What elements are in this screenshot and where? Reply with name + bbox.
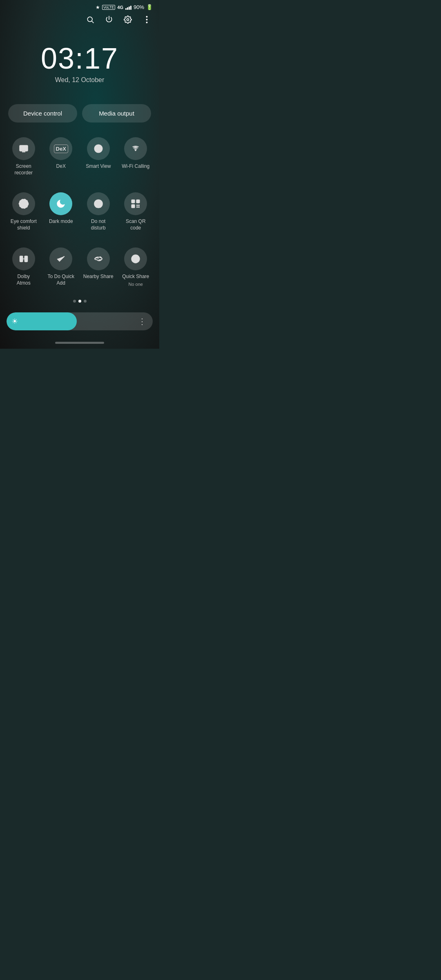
network-icon: 4G — [117, 5, 123, 10]
brightness-slider[interactable]: ☀ ⋮ — [7, 312, 153, 330]
media-output-button[interactable]: Media output — [82, 104, 151, 122]
wifi-calling-label: Wi-Fi Calling — [122, 163, 149, 170]
svg-point-5 — [146, 22, 147, 23]
quick-item-screen-recorder[interactable]: Screenrecorder — [5, 132, 42, 181]
todo-quick-add-label: To Do QuickAdd — [48, 274, 74, 286]
quick-item-dex[interactable]: DeX DeX — [42, 132, 80, 181]
svg-rect-22 — [138, 201, 139, 202]
svg-rect-25 — [138, 207, 140, 208]
svg-point-15 — [19, 199, 28, 209]
do-not-disturb-label: Do notdisturb — [91, 218, 106, 231]
dark-mode-label: Dark mode — [49, 218, 73, 225]
quick-item-dark-mode[interactable]: Dark mode — [42, 187, 80, 236]
battery-level: 90% — [134, 4, 144, 10]
quick-share-icon — [124, 247, 147, 270]
clock-time: 03:17 — [0, 44, 159, 73]
control-buttons: Device control Media output — [0, 92, 159, 129]
brightness-sun-icon: ☀ — [11, 317, 18, 326]
quick-item-quick-share[interactable]: Quick Share No one — [117, 243, 155, 292]
more-options-button[interactable] — [142, 15, 151, 24]
power-button[interactable] — [105, 15, 114, 24]
quick-item-todo-quick-add[interactable]: To Do QuickAdd — [42, 243, 80, 292]
quick-item-wifi-calling[interactable]: Wi-Fi Calling — [117, 132, 155, 181]
wifi-calling-icon — [124, 137, 147, 160]
svg-rect-24 — [136, 205, 138, 206]
battery-icon: 🔋 — [146, 4, 153, 10]
todo-quick-add-icon — [49, 247, 72, 270]
page-dot-3[interactable] — [84, 300, 87, 303]
scan-qr-label: Scan QRcode — [126, 218, 146, 231]
nearby-share-icon — [87, 247, 110, 270]
scan-qr-icon — [124, 192, 147, 215]
svg-rect-26 — [136, 207, 138, 208]
settings-button[interactable] — [123, 15, 132, 24]
quick-settings-row1: Screenrecorder DeX DeX Smart View — [0, 129, 159, 184]
svg-rect-21 — [133, 201, 134, 202]
quick-share-sublabel: No one — [129, 282, 143, 287]
quick-item-eye-comfort[interactable]: A Eye comfortshield — [5, 187, 42, 236]
svg-point-2 — [127, 19, 129, 21]
svg-rect-7 — [22, 147, 25, 150]
nearby-share-label: Nearby Share — [83, 274, 114, 280]
svg-line-1 — [92, 21, 94, 23]
nav-bar — [0, 339, 159, 349]
do-not-disturb-icon — [87, 192, 110, 215]
svg-rect-27 — [138, 205, 140, 206]
svg-point-12 — [135, 149, 136, 151]
quick-item-nearby-share[interactable]: Nearby Share — [80, 243, 117, 292]
brightness-container: ☀ ⋮ — [0, 307, 159, 339]
dex-icon: DeX — [49, 137, 72, 160]
quick-item-do-not-disturb[interactable]: Do notdisturb — [80, 187, 117, 236]
status-icons: ★ VoLTE 4G 90% 🔋 — [96, 4, 153, 10]
bluetooth-icon: ★ — [96, 4, 100, 10]
nav-pill — [55, 342, 104, 344]
quick-settings-row3: DolbyAtmos To Do QuickAdd — [0, 239, 159, 295]
screen-recorder-label: Screenrecorder — [14, 163, 33, 176]
volte-icon: VoLTE — [102, 5, 115, 10]
quick-toolbar — [0, 12, 159, 27]
search-button[interactable] — [86, 15, 95, 24]
quick-settings-row2: A Eye comfortshield Dark mode — [0, 184, 159, 239]
svg-point-3 — [146, 16, 147, 18]
svg-point-0 — [87, 17, 92, 22]
brightness-more-icon[interactable]: ⋮ — [138, 316, 147, 326]
clock-section: 03:17 Wed, 12 October — [0, 27, 159, 92]
page-dot-2[interactable] — [78, 300, 81, 303]
dex-label: DeX — [56, 163, 66, 170]
device-control-button[interactable]: Device control — [8, 104, 77, 122]
eye-comfort-label: Eye comfortshield — [11, 218, 37, 231]
brightness-fill: ☀ — [7, 312, 77, 330]
quick-item-smart-view[interactable]: Smart View — [80, 132, 117, 181]
dolby-atmos-icon — [12, 247, 35, 270]
quick-item-scan-qr[interactable]: Scan QRcode — [117, 187, 155, 236]
dolby-atmos-label: DolbyAtmos — [17, 274, 31, 286]
status-bar: ★ VoLTE 4G 90% 🔋 — [0, 0, 159, 12]
signal-bars — [125, 5, 131, 10]
eye-comfort-icon: A — [12, 192, 35, 215]
quick-share-label: Quick Share — [122, 274, 149, 280]
dark-mode-icon — [49, 192, 72, 215]
smart-view-label: Smart View — [86, 163, 111, 170]
page-dots — [0, 295, 159, 307]
clock-date: Wed, 12 October — [0, 76, 159, 84]
page-dot-1[interactable] — [73, 300, 76, 303]
screen-recorder-icon — [12, 137, 35, 160]
svg-point-4 — [146, 19, 147, 20]
smart-view-icon — [87, 137, 110, 160]
svg-rect-23 — [133, 206, 134, 207]
quick-item-dolby-atmos[interactable]: DolbyAtmos — [5, 243, 42, 292]
